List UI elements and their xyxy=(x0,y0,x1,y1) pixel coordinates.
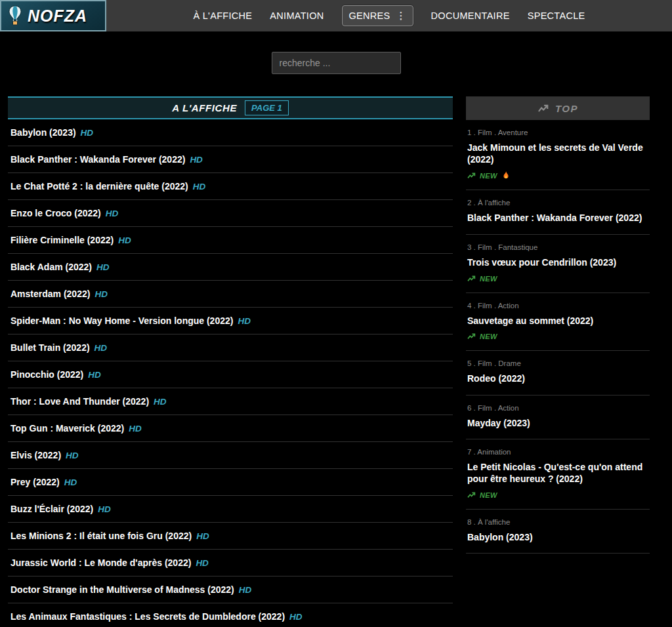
top-list-item[interactable]: 2 . À l'affiche Black Panther : Wakanda … xyxy=(466,190,650,235)
top-list-item[interactable]: 4 . Film . Action Sauvetage au sommet (2… xyxy=(466,293,650,352)
movie-title: Buzz l'Éclair (2022) xyxy=(10,504,93,514)
movie-quality-badge: HD xyxy=(129,424,142,434)
nav-item-spectacle[interactable]: SPECTACLE xyxy=(528,10,585,21)
nav-genres-dropdown-button[interactable]: GENRES ⋮ xyxy=(342,5,413,26)
movie-row[interactable]: Les Minions 2 : Il était une fois Gru (2… xyxy=(8,523,453,550)
trending-up-icon xyxy=(467,275,476,282)
top-item-new-badge: NEW xyxy=(467,333,648,340)
list-header: A L'AFFICHE PAGE 1 xyxy=(8,96,453,119)
top-item-title: Rodeo (2022) xyxy=(467,373,648,385)
movie-row[interactable]: Le Chat Potté 2 : la dernière quête (202… xyxy=(8,173,453,200)
movie-list: Babylon (2023) HD Black Panther : Wakand… xyxy=(8,119,453,627)
list-title: A L'AFFICHE xyxy=(172,102,237,113)
vertical-dots-icon: ⋮ xyxy=(396,12,406,19)
movie-row[interactable]: Amsterdam (2022) HD xyxy=(8,281,453,308)
movie-quality-badge: HD xyxy=(239,585,252,595)
top-list-item[interactable]: 7 . Animation Le Petit Nicolas - Qu'est-… xyxy=(466,439,650,509)
trending-up-icon xyxy=(467,172,476,179)
movie-title: Elvis (2022) xyxy=(10,450,61,460)
movie-quality-badge: HD xyxy=(94,343,108,353)
movie-row[interactable]: Filière Criminelle (2022) HD xyxy=(8,227,453,254)
movie-row[interactable]: Buzz l'Éclair (2022) HD xyxy=(8,496,453,523)
movie-title: Doctor Strange in the Multiverse of Madn… xyxy=(10,584,234,595)
movie-quality-badge: HD xyxy=(289,612,303,622)
movie-row[interactable]: Enzo le Croco (2022) HD xyxy=(8,200,453,227)
movie-row[interactable]: Jurassic World : Le Monde d'après (2022)… xyxy=(8,550,453,576)
movie-quality-badge: HD xyxy=(81,128,94,138)
top-list-item[interactable]: 6 . Film . Action Mayday (2023) NEW xyxy=(466,395,650,440)
top-item-new-badge: NEW xyxy=(467,275,648,283)
movie-title: Thor : Love And Thunder (2022) xyxy=(10,396,149,407)
movie-row[interactable]: Les Animaux Fantastiques : Les Secrets d… xyxy=(8,603,453,627)
top-item-title: Mayday (2023) xyxy=(467,418,648,430)
movie-quality-badge: HD xyxy=(64,477,77,487)
top-item-category: 2 . À l'affiche xyxy=(467,199,648,207)
movie-row[interactable]: Babylon (2023) HD xyxy=(8,119,453,146)
top-item-new-badge: NEW xyxy=(467,491,648,499)
top-sidebar: TOP 1 . Film . Aventure Jack Mimoun et l… xyxy=(466,96,650,554)
new-label: NEW xyxy=(480,275,497,283)
trending-up-icon xyxy=(467,492,476,498)
movie-quality-badge: HD xyxy=(88,370,101,380)
movie-quality-badge: HD xyxy=(238,316,251,326)
movie-quality-badge: HD xyxy=(118,235,131,245)
movie-quality-badge: HD xyxy=(196,558,209,568)
top-list-item[interactable]: 1 . Film . Aventure Jack Mimoun et les s… xyxy=(466,120,650,190)
movie-quality-badge: HD xyxy=(193,182,206,192)
movie-quality-badge: HD xyxy=(96,262,110,272)
movie-title: Amsterdam (2022) xyxy=(10,289,90,299)
movie-row[interactable]: Black Adam (2022) HD xyxy=(8,254,453,281)
site-logo-text: NOFZA xyxy=(28,7,87,26)
new-label: NEW xyxy=(480,172,497,180)
trending-up-icon xyxy=(537,104,549,113)
movie-row[interactable]: Black Panther : Wakanda Forever (2022) H… xyxy=(8,146,453,173)
movie-title: Spider-Man : No Way Home - Version longu… xyxy=(10,315,233,326)
top-item-title: Babylon (2023) xyxy=(467,532,648,544)
movie-quality-badge: HD xyxy=(98,504,111,514)
movie-title: Filière Criminelle (2022) xyxy=(10,235,114,245)
top-list-item[interactable]: 3 . Film . Fantastique Trois vœux pour C… xyxy=(466,235,650,293)
top-list: 1 . Film . Aventure Jack Mimoun et les s… xyxy=(466,120,650,554)
top-item-category: 1 . Film . Aventure xyxy=(467,129,648,136)
top-item-new-badge: NEW xyxy=(467,171,648,180)
movie-quality-badge: HD xyxy=(66,451,79,460)
nav-item-a-laffiche[interactable]: À L'AFFICHE xyxy=(193,10,252,21)
movie-quality-badge: HD xyxy=(94,289,108,299)
top-item-category: 3 . Film . Fantastique xyxy=(467,243,648,251)
search-input[interactable] xyxy=(272,52,401,74)
top-item-title: Sauvetage au sommet (2022) xyxy=(467,315,648,327)
movie-row[interactable]: Doctor Strange in the Multiverse of Madn… xyxy=(8,576,453,603)
top-item-category: 5 . Film . Drame xyxy=(467,359,648,367)
nav-item-documentaire[interactable]: DOCUMENTAIRE xyxy=(431,10,510,21)
movie-title: Prey (2022) xyxy=(10,477,60,487)
movie-title: Black Adam (2022) xyxy=(10,262,92,272)
movie-quality-badge: HD xyxy=(106,209,119,218)
top-item-category: 6 . Film . Action xyxy=(467,404,648,412)
movie-title: Black Panther : Wakanda Forever (2022) xyxy=(10,154,185,165)
nav-item-animation[interactable]: ANIMATION xyxy=(270,10,324,21)
movie-row[interactable]: Bullet Train (2022) HD xyxy=(8,334,453,361)
movie-row[interactable]: Pinocchio (2022) HD xyxy=(8,361,453,388)
movie-row[interactable]: Spider-Man : No Way Home - Version longu… xyxy=(8,308,453,334)
top-item-title: Black Panther : Wakanda Forever (2022) xyxy=(467,212,648,224)
movie-row[interactable]: Top Gun : Maverick (2022) HD xyxy=(8,415,453,442)
movie-title: Les Minions 2 : Il était une fois Gru (2… xyxy=(10,531,192,541)
movie-title: Jurassic World : Le Monde d'après (2022) xyxy=(10,557,191,568)
movie-row[interactable]: Prey (2022) HD xyxy=(8,469,453,496)
movie-quality-badge: HD xyxy=(154,397,167,407)
page-number-badge[interactable]: PAGE 1 xyxy=(245,100,289,115)
movie-title: Pinocchio (2022) xyxy=(10,369,83,380)
top-item-category: 4 . Film . Action xyxy=(467,302,648,310)
top-item-category: 8 . À l'affiche xyxy=(467,518,648,526)
fire-icon xyxy=(503,171,509,180)
top-sidebar-title: TOP xyxy=(555,103,578,114)
top-list-item[interactable]: 5 . Film . Drame Rodeo (2022) NEW xyxy=(466,351,650,395)
top-item-category: 7 . Animation xyxy=(467,448,648,456)
main-nav: À L'AFFICHE ANIMATION GENRES ⋮ DOCUMENTA… xyxy=(106,5,672,26)
movie-quality-badge: HD xyxy=(196,531,209,541)
site-logo[interactable]: NOFZA xyxy=(0,0,106,31)
top-list-item[interactable]: 8 . À l'affiche Babylon (2023) NEW xyxy=(466,510,650,554)
search-area xyxy=(0,31,672,74)
movie-row[interactable]: Elvis (2022) HD xyxy=(8,442,453,469)
movie-row[interactable]: Thor : Love And Thunder (2022) HD xyxy=(8,388,453,415)
